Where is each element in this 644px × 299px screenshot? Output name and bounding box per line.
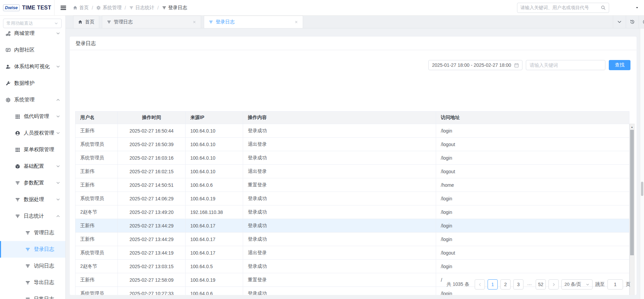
breadcrumb-item[interactable]: 首页 <box>73 5 89 11</box>
close-circle-icon <box>643 19 644 24</box>
table-cell: 100.64.0.6 <box>186 178 243 192</box>
close-icon[interactable] <box>192 20 196 24</box>
jump-input[interactable] <box>607 279 623 290</box>
breadcrumb-item[interactable]: 日志统计 <box>129 5 154 11</box>
sidebar-item[interactable]: 低代码管理 <box>0 108 65 125</box>
sidebar-item-label: 管理日志 <box>34 230 54 236</box>
sidebar-item[interactable]: 管理日志 <box>0 224 65 241</box>
table-row[interactable]: 系统管理员2025-02-27 14:06:29100.64.0.19登录成功/… <box>76 192 629 205</box>
pagination-page-button[interactable]: 52 <box>536 279 546 290</box>
filter-icon <box>15 197 20 202</box>
sidebar-item[interactable]: 数据维护 <box>0 75 65 92</box>
filter-icon <box>25 280 30 285</box>
table-cell: /logout <box>436 246 629 260</box>
sidebar-item[interactable]: 内部社区 <box>0 42 65 58</box>
scroll-up-arrow-icon[interactable]: ▲ <box>630 124 634 129</box>
sidebar-item-label: 菜单权限管理 <box>24 146 54 153</box>
breadcrumb-separator: / <box>157 5 159 11</box>
pagination-next-button[interactable] <box>549 279 559 290</box>
search-icon[interactable] <box>601 5 606 10</box>
table-cell: 2025-02-27 16:50:44 <box>118 124 186 138</box>
table-row[interactable]: 王新伟2025-02-27 14:50:51100.64.0.6重置登录/hom… <box>76 178 629 192</box>
sidebar-item[interactable]: 日志统计 <box>0 208 65 224</box>
filter-icon <box>25 230 30 236</box>
home-icon <box>78 20 83 24</box>
tab-label: 管理日志 <box>114 19 133 25</box>
date-range-input[interactable]: 2025-01-27 18:00 - 2025-02-27 18:00 <box>428 60 522 70</box>
window-scrollbar[interactable] <box>640 28 644 299</box>
sidebar-item[interactable]: 登录日志 <box>0 241 65 258</box>
sidebar-item[interactable]: 菜单权限管理 <box>0 141 65 158</box>
pagination-page-button[interactable]: 2 <box>500 279 511 290</box>
brand: Dwise TIME TEST <box>0 0 55 15</box>
sidebar-item[interactable]: 体系结构可视化 <box>0 58 65 75</box>
keyword-input[interactable] <box>526 60 605 70</box>
table-cell: 系统管理员 <box>76 192 118 205</box>
home-icon <box>73 5 78 10</box>
table-cell: /login <box>436 260 629 273</box>
sidebar-item[interactable]: 基础配置 <box>0 158 65 175</box>
table-row[interactable]: 王新伟2025-02-27 16:02:15100.64.0.10退出登录/lo… <box>76 165 629 178</box>
table-row[interactable]: 王新伟2025-02-27 13:44:29100.64.0.17登录成功/lo… <box>76 233 629 246</box>
page-size-select[interactable]: 20 条/页 <box>561 279 593 290</box>
sidebar-item[interactable]: 日常日志 <box>0 291 65 299</box>
table-row[interactable]: 王新伟2025-02-27 16:50:44100.64.0.10登录成功/lo… <box>76 124 629 138</box>
sidebar-item[interactable]: 数据处理 <box>0 191 65 208</box>
table-row[interactable]: 系统管理员2025-02-27 16:03:16100.64.0.10登录成功/… <box>76 151 629 165</box>
table-cell: 系统管理员 <box>76 246 118 260</box>
tab[interactable]: 管理日志 <box>102 16 201 28</box>
table-cell: 100.64.0.5 <box>186 260 243 273</box>
pagination-prev-button[interactable] <box>475 279 485 290</box>
table-cell: 系统管理员 <box>76 287 118 295</box>
window-scrollbar-thumb[interactable] <box>641 182 643 196</box>
global-search-input[interactable] <box>520 5 599 10</box>
sidebar-item[interactable]: 访问日志 <box>0 258 65 274</box>
table-cell: 2025-02-27 13:49:20 <box>118 205 186 219</box>
table-row[interactable]: 王新伟2025-02-27 13:44:29100.64.0.17登录成功/lo… <box>76 219 629 233</box>
sidebar-item[interactable]: 人员授权管理 <box>0 125 65 141</box>
chevron-right-icon <box>552 282 556 287</box>
breadcrumb-label: 系统管理 <box>103 5 122 11</box>
chevron-down-control[interactable] <box>613 16 626 28</box>
menu-toggle-icon[interactable] <box>60 4 67 11</box>
breadcrumb-item[interactable]: 登录日志 <box>162 5 187 11</box>
tab[interactable]: 首页 <box>73 16 99 28</box>
table-row[interactable]: 2赵冬节2025-02-27 13:03:15100.64.0.5登录成功/lo… <box>76 260 629 273</box>
global-search[interactable] <box>517 3 609 13</box>
table-cell: 2025-02-27 10:27:33 <box>118 287 186 295</box>
table-scrollbar-thumb[interactable] <box>630 130 634 255</box>
search-button[interactable]: 查找 <box>609 60 630 70</box>
tab[interactable]: 登录日志 <box>204 16 303 28</box>
table-cell: 100.64.0.19 <box>186 273 243 287</box>
sidebar-item[interactable]: 系统管理 <box>0 92 65 108</box>
table-cell: 2025-02-27 16:02:15 <box>118 165 186 178</box>
table-cell: 100.64.0.6 <box>186 287 243 295</box>
history-control[interactable] <box>626 16 639 28</box>
person-icon <box>5 64 11 69</box>
table-cell: 登录成功 <box>243 124 436 138</box>
table-row[interactable]: 2赵冬节2025-02-27 13:49:20192.168.110.38登录成… <box>76 205 629 219</box>
pagination-page-button[interactable]: 3 <box>513 279 523 290</box>
table-row[interactable]: 系统管理员2025-02-27 13:44:19100.64.0.17退出登录/… <box>76 246 629 260</box>
close-icon[interactable] <box>294 20 298 24</box>
history-icon <box>630 19 635 24</box>
table-cell: /login <box>436 233 629 246</box>
table-cell: 100.64.0.10 <box>186 165 243 178</box>
breadcrumb-item[interactable]: 系统管理 <box>96 5 122 11</box>
filter-icon <box>25 263 30 269</box>
table-cell: 2赵冬节 <box>76 205 118 219</box>
filter-icon <box>209 20 213 24</box>
chevron-down-icon <box>56 181 60 185</box>
close-circle-control[interactable] <box>639 16 644 28</box>
table-cell: 100.64.0.10 <box>186 124 243 138</box>
sidebar-item[interactable]: 商城管理 <box>0 25 65 42</box>
sidebar-item[interactable]: 导出日志 <box>0 274 65 291</box>
table-scrollbar[interactable]: ▲ ▼ <box>629 124 635 295</box>
table-row[interactable]: 系统管理员2025-02-27 16:50:39100.64.0.10退出登录/… <box>76 138 629 151</box>
pagination-page-button[interactable]: 1 <box>488 279 498 290</box>
touch-pointer-icon[interactable] <box>635 6 639 9</box>
sidebar-item-label: 数据处理 <box>24 196 44 203</box>
table-cell: 王新伟 <box>76 165 118 178</box>
content-card: 登录日志 2025-01-27 18:00 - 2025-02-27 18:00… <box>70 37 637 295</box>
sidebar-item[interactable]: 参数配置 <box>0 175 65 191</box>
